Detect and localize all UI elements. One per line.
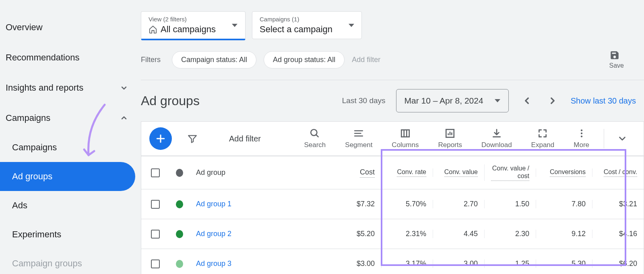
table-row: Ad group 3 $3.00 3.17% 3.00 1.25 5.30 $6… [141, 249, 644, 274]
cell-conv-value-cost: 2.30 [484, 230, 536, 238]
view-selector-value: All campaigns [161, 24, 216, 35]
filter-chip-adgroup-status[interactable]: Ad group status: All [264, 51, 345, 68]
row-checkbox[interactable] [151, 200, 160, 209]
sidebar-label: Campaigns [12, 142, 57, 153]
columns-button[interactable]: Columns [382, 128, 428, 149]
filter-chip-campaign-status[interactable]: Campaign status: All [172, 51, 256, 68]
sidebar-item-campaign-groups[interactable]: Campaign groups [0, 249, 137, 274]
add-button[interactable] [149, 127, 172, 150]
main-content: View (2 filters) All campaigns Campaigns… [137, 0, 644, 274]
col-header-conv-value[interactable]: Conv. value [433, 168, 484, 177]
status-dot[interactable] [176, 260, 183, 268]
search-button[interactable]: Search [294, 128, 335, 149]
svg-point-5 [580, 135, 582, 137]
filters-label: Filters [141, 56, 161, 64]
select-all-checkbox[interactable] [151, 168, 160, 177]
cell-cost: $5.20 [333, 230, 381, 238]
col-header-conv-value-cost[interactable]: Conv. value / cost [484, 164, 536, 181]
filter-button[interactable] [176, 133, 209, 144]
toolbar-label: Segment [345, 141, 372, 149]
sidebar-item-overview[interactable]: Overview [0, 12, 137, 42]
dropdown-arrow-icon [349, 24, 354, 27]
campaign-selector[interactable]: Campaigns (1) Select a campaign [252, 11, 362, 39]
sidebar-item-experiments[interactable]: Experiments [0, 220, 137, 249]
view-selector[interactable]: View (2 filters) All campaigns [141, 11, 246, 40]
sidebar-label: Campaign groups [12, 258, 82, 269]
col-header-conversions[interactable]: Conversions [536, 168, 592, 177]
toolbar-label: Reports [438, 141, 462, 149]
table-row: Ad group 1 $7.32 5.70% 2.70 1.50 7.80 $3… [141, 189, 644, 219]
save-button[interactable]: Save [609, 50, 636, 69]
more-button[interactable]: More [564, 128, 599, 149]
home-icon [149, 25, 157, 34]
sidebar-label: Overview [6, 22, 43, 33]
more-vert-icon [576, 128, 587, 139]
expand-button[interactable]: Expand [522, 128, 564, 149]
save-icon [609, 50, 624, 60]
sidebar-item-ads[interactable]: Ads [0, 191, 137, 220]
col-header-adgroup[interactable]: Ad group [190, 168, 333, 177]
ad-groups-table: Ad group Cost Conv. rate Conv. value Con… [141, 156, 644, 274]
date-range-value: Mar 10 – Apr 8, 2024 [405, 96, 483, 106]
chevron-down-icon [119, 83, 129, 93]
download-button[interactable]: Download [472, 128, 522, 149]
sidebar-item-recommendations[interactable]: Recommendations [0, 42, 137, 73]
save-label: Save [609, 62, 624, 69]
cell-conversions: 7.80 [536, 200, 592, 208]
sidebar: Overview Recommendations Insights and re… [0, 0, 137, 274]
add-filter-button[interactable]: Add filter [213, 134, 269, 143]
col-header-cost[interactable]: Cost [333, 168, 381, 178]
sidebar-item-ad-groups[interactable]: Ad groups [0, 162, 135, 191]
cell-cost: $3.00 [333, 259, 381, 268]
adgroup-link[interactable]: Ad group 2 [190, 230, 333, 238]
status-header-icon[interactable] [176, 169, 183, 177]
date-next-button[interactable] [545, 93, 560, 108]
sidebar-item-insights[interactable]: Insights and reports [0, 73, 137, 103]
campaign-selector-value: Select a campaign [260, 24, 332, 35]
dropdown-arrow-icon [495, 99, 500, 102]
svg-point-3 [580, 129, 582, 131]
view-selector-label: View (2 filters) [149, 16, 216, 23]
sidebar-item-campaigns-parent[interactable]: Campaigns [0, 103, 137, 133]
cell-conv-rate: 3.17% [381, 259, 433, 268]
sidebar-item-campaigns[interactable]: Campaigns [0, 133, 137, 162]
segment-icon [353, 128, 364, 139]
cell-conv-value: 3.00 [433, 259, 484, 268]
segment-button[interactable]: Segment [335, 128, 382, 149]
sidebar-label: Ads [12, 200, 27, 211]
row-checkbox[interactable] [151, 230, 160, 239]
cell-conversions: 9.12 [536, 230, 592, 238]
col-header-cost-conv[interactable]: Cost / conv. [592, 168, 644, 177]
cell-conv-value-cost: 1.25 [484, 259, 536, 268]
collapse-toolbar-button[interactable] [609, 133, 636, 144]
toolbar-label: Columns [392, 141, 419, 149]
show-last-30-link[interactable]: Show last 30 days [571, 96, 636, 106]
expand-icon [537, 128, 548, 139]
sidebar-label: Experiments [12, 229, 61, 240]
reports-button[interactable]: Reports [428, 128, 472, 149]
cell-cost-conv: $3.21 [592, 200, 644, 208]
toolbar-label: Search [304, 141, 326, 149]
cell-cost: $7.32 [333, 200, 381, 208]
col-header-conv-rate[interactable]: Conv. rate [381, 168, 433, 177]
sidebar-label: Campaigns [6, 113, 50, 123]
cell-conv-value: 2.70 [433, 200, 484, 208]
date-range-picker[interactable]: Mar 10 – Apr 8, 2024 [396, 89, 509, 112]
table-toolbar: Add filter Search Segment Columns Report… [141, 121, 644, 156]
adgroup-link[interactable]: Ad group 1 [190, 200, 333, 208]
status-dot[interactable] [176, 230, 183, 238]
cell-conversions: 5.30 [536, 259, 592, 268]
sidebar-label: Recommendations [6, 52, 79, 63]
table-row: Ad group 2 $5.20 2.31% 4.45 2.30 9.12 $4… [141, 219, 644, 249]
cell-conv-rate: 2.31% [381, 230, 433, 238]
add-filter-link[interactable]: Add filter [352, 56, 380, 64]
date-prev-button[interactable] [519, 93, 535, 108]
toolbar-label: Download [481, 141, 512, 149]
page-title: Ad groups [141, 93, 200, 108]
toolbar-label: Expand [531, 141, 555, 149]
row-checkbox[interactable] [151, 259, 160, 268]
cell-conv-value-cost: 1.50 [484, 200, 536, 208]
plus-icon [155, 133, 167, 145]
status-dot[interactable] [176, 200, 183, 208]
adgroup-link[interactable]: Ad group 3 [190, 259, 333, 268]
